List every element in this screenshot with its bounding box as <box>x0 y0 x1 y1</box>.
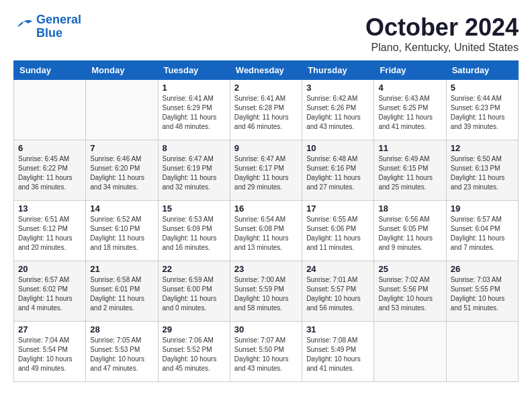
day-number: 6 <box>18 143 81 153</box>
cell-info: Sunrise: 7:08 AM Sunset: 5:49 PM Dayligh… <box>306 336 369 373</box>
day-number: 25 <box>378 264 441 274</box>
day-number: 22 <box>163 264 226 274</box>
cell-info: Sunrise: 6:47 AM Sunset: 6:19 PM Dayligh… <box>163 154 226 192</box>
cell-info: Sunrise: 7:03 AM Sunset: 5:55 PM Dayligh… <box>451 275 514 313</box>
day-number: 8 <box>163 143 226 153</box>
cell-info: Sunrise: 6:41 AM Sunset: 6:28 PM Dayligh… <box>234 94 298 132</box>
calendar-week-row: 20Sunrise: 6:57 AM Sunset: 6:02 PM Dayli… <box>14 261 519 322</box>
cell-info: Sunrise: 6:51 AM Sunset: 6:12 PM Dayligh… <box>18 215 81 253</box>
day-number: 19 <box>451 203 514 214</box>
calendar-cell: 5Sunrise: 6:44 AM Sunset: 6:23 PM Daylig… <box>446 80 518 140</box>
cell-info: Sunrise: 6:53 AM Sunset: 6:09 PM Dayligh… <box>163 215 226 253</box>
calendar-week-row: 6Sunrise: 6:45 AM Sunset: 6:22 PM Daylig… <box>14 140 519 201</box>
title-section: October 2024 Plano, Kentucky, United Sta… <box>365 13 519 54</box>
day-of-week-header: Saturday <box>446 61 518 80</box>
cell-info: Sunrise: 6:55 AM Sunset: 6:06 PM Dayligh… <box>306 215 369 253</box>
calendar-cell: 31Sunrise: 7:08 AM Sunset: 5:49 PM Dayli… <box>302 322 374 382</box>
cell-info: Sunrise: 6:47 AM Sunset: 6:17 PM Dayligh… <box>234 154 298 192</box>
day-number: 27 <box>18 324 81 334</box>
calendar-cell: 28Sunrise: 7:05 AM Sunset: 5:53 PM Dayli… <box>86 322 158 382</box>
cell-info: Sunrise: 7:00 AM Sunset: 5:59 PM Dayligh… <box>234 275 298 313</box>
day-number: 2 <box>234 83 298 93</box>
cell-info: Sunrise: 6:44 AM Sunset: 6:23 PM Dayligh… <box>451 94 514 132</box>
cell-info: Sunrise: 6:58 AM Sunset: 6:01 PM Dayligh… <box>90 275 153 313</box>
cell-info: Sunrise: 6:50 AM Sunset: 6:13 PM Dayligh… <box>451 154 514 192</box>
day-number: 17 <box>306 203 369 214</box>
calendar-cell: 12Sunrise: 6:50 AM Sunset: 6:13 PM Dayli… <box>446 140 518 201</box>
calendar-cell: 3Sunrise: 6:42 AM Sunset: 6:26 PM Daylig… <box>302 80 374 140</box>
day-number: 23 <box>234 264 298 274</box>
calendar-week-row: 27Sunrise: 7:04 AM Sunset: 5:54 PM Dayli… <box>14 322 519 382</box>
day-of-week-header: Tuesday <box>158 61 230 80</box>
calendar-cell: 22Sunrise: 6:59 AM Sunset: 6:00 PM Dayli… <box>158 261 230 322</box>
calendar-header-row: SundayMondayTuesdayWednesdayThursdayFrid… <box>14 61 519 80</box>
calendar-cell: 8Sunrise: 6:47 AM Sunset: 6:19 PM Daylig… <box>158 140 230 201</box>
calendar-cell: 30Sunrise: 7:07 AM Sunset: 5:50 PM Dayli… <box>230 322 302 382</box>
calendar-cell: 21Sunrise: 6:58 AM Sunset: 6:01 PM Dayli… <box>86 261 158 322</box>
calendar-week-row: 1Sunrise: 6:41 AM Sunset: 6:29 PM Daylig… <box>14 80 519 140</box>
day-number: 13 <box>18 203 81 214</box>
day-number: 26 <box>451 264 514 274</box>
cell-info: Sunrise: 6:57 AM Sunset: 6:02 PM Dayligh… <box>18 275 81 313</box>
calendar-cell <box>86 80 158 140</box>
day-of-week-header: Sunday <box>14 61 86 80</box>
cell-info: Sunrise: 6:43 AM Sunset: 6:25 PM Dayligh… <box>378 94 441 132</box>
day-number: 31 <box>306 324 369 334</box>
cell-info: Sunrise: 6:56 AM Sunset: 6:05 PM Dayligh… <box>378 215 441 253</box>
cell-info: Sunrise: 6:41 AM Sunset: 6:29 PM Dayligh… <box>163 94 226 132</box>
calendar-cell: 14Sunrise: 6:52 AM Sunset: 6:10 PM Dayli… <box>86 201 158 261</box>
calendar-cell: 25Sunrise: 7:02 AM Sunset: 5:56 PM Dayli… <box>374 261 446 322</box>
day-number: 3 <box>306 83 369 93</box>
cell-info: Sunrise: 6:59 AM Sunset: 6:00 PM Dayligh… <box>163 275 226 313</box>
day-number: 5 <box>451 83 514 93</box>
day-number: 24 <box>306 264 369 274</box>
calendar-cell <box>374 322 446 382</box>
calendar-cell: 2Sunrise: 6:41 AM Sunset: 6:28 PM Daylig… <box>230 80 302 140</box>
cell-info: Sunrise: 7:05 AM Sunset: 5:53 PM Dayligh… <box>90 336 153 373</box>
day-number: 14 <box>90 203 153 214</box>
cell-info: Sunrise: 6:57 AM Sunset: 6:04 PM Dayligh… <box>451 215 514 253</box>
day-number: 12 <box>451 143 514 153</box>
calendar-cell: 29Sunrise: 7:06 AM Sunset: 5:52 PM Dayli… <box>158 322 230 382</box>
calendar-cell: 11Sunrise: 6:49 AM Sunset: 6:15 PM Dayli… <box>374 140 446 201</box>
calendar-cell <box>14 80 86 140</box>
calendar-cell: 23Sunrise: 7:00 AM Sunset: 5:59 PM Dayli… <box>230 261 302 322</box>
calendar-cell: 13Sunrise: 6:51 AM Sunset: 6:12 PM Dayli… <box>14 201 86 261</box>
location: Plano, Kentucky, United States <box>365 42 519 54</box>
calendar-cell: 7Sunrise: 6:46 AM Sunset: 6:20 PM Daylig… <box>86 140 158 201</box>
day-of-week-header: Wednesday <box>230 61 302 80</box>
day-number: 15 <box>163 203 226 214</box>
cell-info: Sunrise: 6:45 AM Sunset: 6:22 PM Dayligh… <box>18 154 81 192</box>
day-number: 11 <box>378 143 441 153</box>
logo-text: General Blue <box>36 13 81 40</box>
logo: General Blue <box>13 13 81 40</box>
cell-info: Sunrise: 6:42 AM Sunset: 6:26 PM Dayligh… <box>306 94 369 132</box>
calendar-cell: 6Sunrise: 6:45 AM Sunset: 6:22 PM Daylig… <box>14 140 86 201</box>
day-number: 1 <box>163 83 226 93</box>
page-header: General Blue October 2024 Plano, Kentuck… <box>13 13 519 54</box>
cell-info: Sunrise: 7:06 AM Sunset: 5:52 PM Dayligh… <box>163 336 226 373</box>
cell-info: Sunrise: 7:02 AM Sunset: 5:56 PM Dayligh… <box>378 275 441 313</box>
calendar-week-row: 13Sunrise: 6:51 AM Sunset: 6:12 PM Dayli… <box>14 201 519 261</box>
day-number: 18 <box>378 203 441 214</box>
day-number: 29 <box>163 324 226 334</box>
calendar-cell <box>446 322 518 382</box>
day-number: 7 <box>90 143 153 153</box>
day-of-week-header: Thursday <box>302 61 374 80</box>
calendar-cell: 10Sunrise: 6:48 AM Sunset: 6:16 PM Dayli… <box>302 140 374 201</box>
cell-info: Sunrise: 7:07 AM Sunset: 5:50 PM Dayligh… <box>234 336 298 373</box>
calendar-cell: 15Sunrise: 6:53 AM Sunset: 6:09 PM Dayli… <box>158 201 230 261</box>
cell-info: Sunrise: 7:04 AM Sunset: 5:54 PM Dayligh… <box>18 336 81 373</box>
day-number: 21 <box>90 264 153 274</box>
day-number: 30 <box>234 324 298 334</box>
calendar-table: SundayMondayTuesdayWednesdayThursdayFrid… <box>13 60 519 382</box>
day-number: 28 <box>90 324 153 334</box>
calendar-cell: 4Sunrise: 6:43 AM Sunset: 6:25 PM Daylig… <box>374 80 446 140</box>
day-number: 9 <box>234 143 298 153</box>
cell-info: Sunrise: 6:46 AM Sunset: 6:20 PM Dayligh… <box>90 154 153 192</box>
month-title: October 2024 <box>365 13 519 42</box>
cell-info: Sunrise: 6:49 AM Sunset: 6:15 PM Dayligh… <box>378 154 441 192</box>
calendar-cell: 19Sunrise: 6:57 AM Sunset: 6:04 PM Dayli… <box>446 201 518 261</box>
day-number: 10 <box>306 143 369 153</box>
cell-info: Sunrise: 6:48 AM Sunset: 6:16 PM Dayligh… <box>306 154 369 192</box>
